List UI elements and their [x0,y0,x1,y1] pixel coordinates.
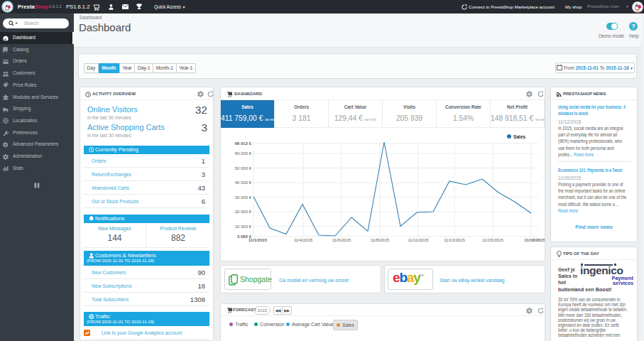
svg-text:Sales: Sales [513,134,526,139]
svg-text:20 000 €: 20 000 € [235,210,252,214]
svg-text:11/11/2015: 11/11/2015 [408,238,429,242]
svg-text:10 000 €: 10 000 € [235,224,252,229]
svg-text:11/8/2015: 11/8/2015 [371,238,390,242]
svg-text:66 912 €: 66 912 € [235,141,252,146]
svg-text:PrestaShop: PrestaShop [633,10,643,12]
svg-text:40 000 €: 40 000 € [235,180,252,185]
svg-text:11/1/2015: 11/1/2015 [249,238,268,242]
svg-text:11/15/2015: 11/15/2015 [482,238,503,242]
svg-text:11/18/2015: 11/18/2015 [524,238,545,242]
svg-text:11/4/2015: 11/4/2015 [294,238,313,242]
svg-text:11/6/2015: 11/6/2015 [332,238,351,242]
svg-text:50 000 €: 50 000 € [235,166,252,170]
svg-text:60 000 €: 60 000 € [235,151,252,156]
svg-text:30 000 €: 30 000 € [235,195,252,200]
svg-text:11/13/2015: 11/13/2015 [444,238,465,242]
